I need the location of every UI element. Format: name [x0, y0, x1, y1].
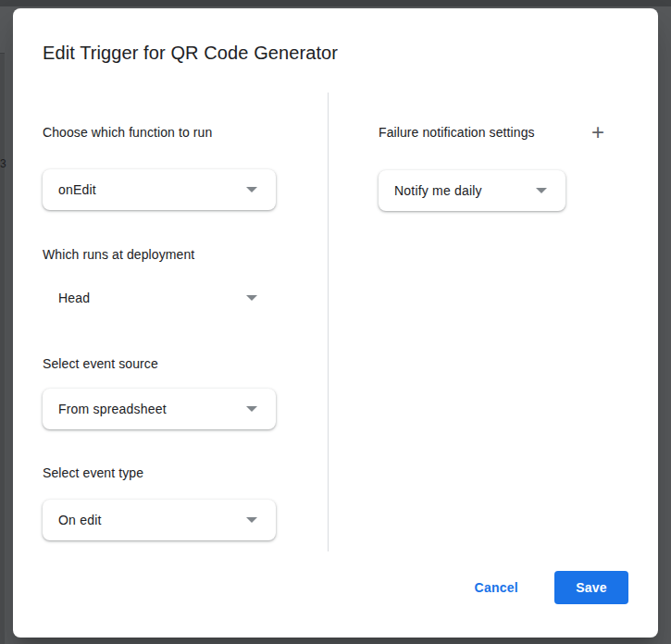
event-source-field-group: Select event source From spreadsheet	[43, 354, 328, 429]
dropdown-arrow-icon	[246, 187, 257, 192]
event-source-select-value: From spreadsheet	[58, 402, 167, 416]
dialog-footer: Cancel Save	[43, 571, 628, 604]
edit-trigger-dialog: Edit Trigger for QR Code Generator Choos…	[13, 8, 658, 638]
event-type-field-label: Select event type	[43, 464, 328, 482]
failure-notification-label: Failure notification settings	[379, 123, 535, 142]
event-type-select[interactable]: On edit	[43, 500, 276, 540]
deployment-field-label: Which runs at deployment	[43, 245, 328, 264]
background-top-strip	[0, 0, 671, 6]
cancel-button[interactable]: Cancel	[475, 580, 518, 595]
editor-line-number: 3	[0, 156, 6, 171]
event-source-field-label: Select event source	[43, 354, 328, 373]
dropdown-arrow-icon	[246, 406, 257, 412]
trigger-settings-column: Choose which function to run onEdit Whic…	[43, 93, 328, 551]
failure-notification-select[interactable]: Notify me daily	[379, 170, 565, 211]
event-type-field-group: Select event type On edit	[43, 464, 328, 540]
add-notification-button[interactable]: +	[590, 121, 606, 143]
dialog-title: Edit Trigger for QR Code Generator	[43, 42, 628, 64]
editor-gutter	[0, 53, 5, 644]
dropdown-arrow-icon	[246, 295, 257, 301]
dropdown-arrow-icon	[246, 517, 257, 523]
save-button[interactable]: Save	[554, 571, 628, 604]
deployment-select[interactable]: Head	[43, 278, 276, 318]
event-type-select-value: On edit	[58, 513, 102, 527]
failure-notification-select-value: Notify me daily	[394, 183, 482, 198]
dialog-content: Choose which function to run onEdit Whic…	[43, 93, 628, 551]
event-source-select[interactable]: From spreadsheet	[43, 389, 276, 429]
function-select-value: onEdit	[58, 182, 96, 197]
failure-notification-column: Failure notification settings + Notify m…	[329, 93, 628, 551]
dropdown-arrow-icon	[536, 188, 547, 193]
deployment-field-group: Which runs at deployment Head	[43, 245, 328, 318]
function-field-label: Choose which function to run	[43, 123, 328, 142]
function-select[interactable]: onEdit	[43, 169, 276, 210]
failure-notification-header: Failure notification settings +	[379, 121, 606, 143]
deployment-select-value: Head	[58, 291, 90, 305]
function-field-group: Choose which function to run onEdit	[43, 123, 328, 210]
